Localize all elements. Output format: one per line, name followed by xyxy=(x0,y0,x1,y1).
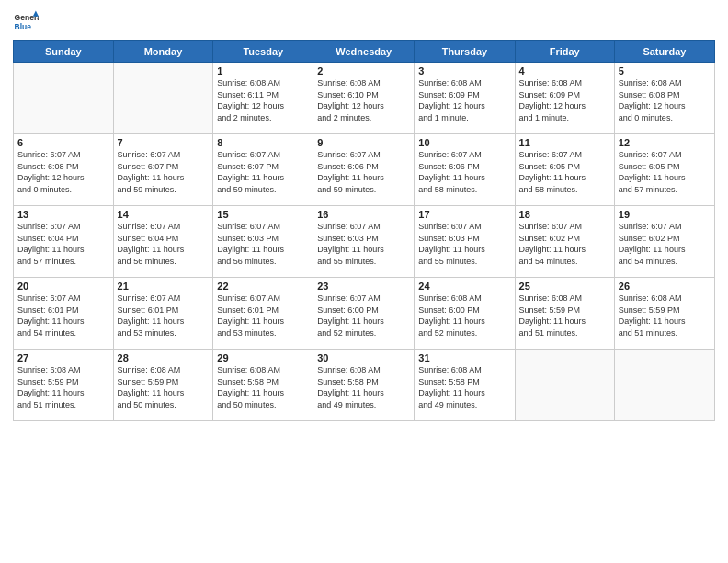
day-number: 23 xyxy=(317,281,410,292)
calendar-cell xyxy=(515,350,614,421)
day-number: 27 xyxy=(17,352,109,363)
day-info: Sunrise: 6:08 AM Sunset: 6:11 PM Dayligh… xyxy=(217,77,309,123)
day-number: 13 xyxy=(17,209,109,220)
day-number: 18 xyxy=(519,209,610,220)
day-info: Sunrise: 6:08 AM Sunset: 6:09 PM Dayligh… xyxy=(418,77,510,123)
day-info: Sunrise: 6:08 AM Sunset: 5:59 PM Dayligh… xyxy=(619,293,711,339)
day-number: 30 xyxy=(317,352,410,363)
day-number: 2 xyxy=(317,65,410,76)
calendar-cell: 12Sunrise: 6:07 AM Sunset: 6:05 PM Dayli… xyxy=(614,134,714,206)
day-info: Sunrise: 6:07 AM Sunset: 6:07 PM Dayligh… xyxy=(118,149,210,195)
calendar-cell: 6Sunrise: 6:07 AM Sunset: 6:08 PM Daylig… xyxy=(14,134,114,206)
calendar-cell xyxy=(614,350,714,421)
calendar-cell: 18Sunrise: 6:07 AM Sunset: 6:02 PM Dayli… xyxy=(515,206,614,278)
day-info: Sunrise: 6:07 AM Sunset: 6:06 PM Dayligh… xyxy=(418,149,510,195)
logo-icon: General Blue xyxy=(13,9,39,35)
day-number: 5 xyxy=(619,65,711,76)
calendar-cell: 14Sunrise: 6:07 AM Sunset: 6:04 PM Dayli… xyxy=(113,206,213,278)
calendar-cell: 19Sunrise: 6:07 AM Sunset: 6:02 PM Dayli… xyxy=(614,206,714,278)
day-number: 21 xyxy=(118,281,210,292)
calendar-weekday-saturday: Saturday xyxy=(614,41,714,63)
day-number: 4 xyxy=(519,65,610,76)
calendar-week-row: 13Sunrise: 6:07 AM Sunset: 6:04 PM Dayli… xyxy=(14,206,715,278)
calendar-cell: 9Sunrise: 6:07 AM Sunset: 6:06 PM Daylig… xyxy=(313,134,415,206)
day-number: 11 xyxy=(519,137,610,148)
day-number: 20 xyxy=(17,281,109,292)
day-info: Sunrise: 6:07 AM Sunset: 6:04 PM Dayligh… xyxy=(17,221,109,267)
day-info: Sunrise: 6:08 AM Sunset: 6:09 PM Dayligh… xyxy=(519,77,610,123)
day-number: 15 xyxy=(217,209,309,220)
day-number: 19 xyxy=(619,209,711,220)
calendar-weekday-sunday: Sunday xyxy=(14,41,114,63)
calendar-cell: 16Sunrise: 6:07 AM Sunset: 6:03 PM Dayli… xyxy=(313,206,415,278)
calendar-cell: 23Sunrise: 6:07 AM Sunset: 6:00 PM Dayli… xyxy=(313,278,415,350)
day-info: Sunrise: 6:08 AM Sunset: 6:10 PM Dayligh… xyxy=(317,77,410,123)
day-info: Sunrise: 6:07 AM Sunset: 6:01 PM Dayligh… xyxy=(217,293,309,339)
day-info: Sunrise: 6:08 AM Sunset: 6:00 PM Dayligh… xyxy=(418,293,510,339)
day-info: Sunrise: 6:08 AM Sunset: 5:58 PM Dayligh… xyxy=(418,364,510,410)
day-info: Sunrise: 6:08 AM Sunset: 5:59 PM Dayligh… xyxy=(17,364,109,410)
header: General Blue xyxy=(13,9,715,35)
day-number: 24 xyxy=(418,281,510,292)
calendar-cell: 13Sunrise: 6:07 AM Sunset: 6:04 PM Dayli… xyxy=(14,206,114,278)
calendar-cell xyxy=(113,63,213,134)
page: General Blue SundayMondayTuesdayWednesda… xyxy=(0,0,728,563)
day-info: Sunrise: 6:07 AM Sunset: 6:07 PM Dayligh… xyxy=(217,149,309,195)
calendar-weekday-friday: Friday xyxy=(515,41,614,63)
day-number: 26 xyxy=(619,281,711,292)
day-info: Sunrise: 6:07 AM Sunset: 6:03 PM Dayligh… xyxy=(317,221,410,267)
day-number: 8 xyxy=(217,137,309,148)
calendar-cell: 26Sunrise: 6:08 AM Sunset: 5:59 PM Dayli… xyxy=(614,278,714,350)
calendar-cell: 10Sunrise: 6:07 AM Sunset: 6:06 PM Dayli… xyxy=(415,134,515,206)
day-info: Sunrise: 6:08 AM Sunset: 5:59 PM Dayligh… xyxy=(118,364,210,410)
calendar-cell: 27Sunrise: 6:08 AM Sunset: 5:59 PM Dayli… xyxy=(14,350,114,421)
calendar-header-row: SundayMondayTuesdayWednesdayThursdayFrid… xyxy=(14,41,715,63)
day-info: Sunrise: 6:07 AM Sunset: 6:01 PM Dayligh… xyxy=(118,293,210,339)
day-info: Sunrise: 6:07 AM Sunset: 6:01 PM Dayligh… xyxy=(17,293,109,339)
calendar-table: SundayMondayTuesdayWednesdayThursdayFrid… xyxy=(13,40,715,421)
calendar-week-row: 20Sunrise: 6:07 AM Sunset: 6:01 PM Dayli… xyxy=(14,278,715,350)
calendar-cell: 24Sunrise: 6:08 AM Sunset: 6:00 PM Dayli… xyxy=(415,278,515,350)
calendar-weekday-thursday: Thursday xyxy=(415,41,515,63)
day-info: Sunrise: 6:07 AM Sunset: 6:02 PM Dayligh… xyxy=(619,221,711,267)
day-info: Sunrise: 6:08 AM Sunset: 5:58 PM Dayligh… xyxy=(217,364,309,410)
calendar-cell: 11Sunrise: 6:07 AM Sunset: 6:05 PM Dayli… xyxy=(515,134,614,206)
day-info: Sunrise: 6:07 AM Sunset: 6:02 PM Dayligh… xyxy=(519,221,610,267)
day-number: 17 xyxy=(418,209,510,220)
calendar-cell: 1Sunrise: 6:08 AM Sunset: 6:11 PM Daylig… xyxy=(213,63,313,134)
calendar-cell: 2Sunrise: 6:08 AM Sunset: 6:10 PM Daylig… xyxy=(313,63,415,134)
day-number: 29 xyxy=(217,352,309,363)
calendar-cell: 22Sunrise: 6:07 AM Sunset: 6:01 PM Dayli… xyxy=(213,278,313,350)
calendar-cell: 15Sunrise: 6:07 AM Sunset: 6:03 PM Dayli… xyxy=(213,206,313,278)
day-number: 28 xyxy=(118,352,210,363)
day-number: 22 xyxy=(217,281,309,292)
calendar-cell: 5Sunrise: 6:08 AM Sunset: 6:08 PM Daylig… xyxy=(614,63,714,134)
day-number: 3 xyxy=(418,65,510,76)
day-info: Sunrise: 6:07 AM Sunset: 6:03 PM Dayligh… xyxy=(418,221,510,267)
day-info: Sunrise: 6:07 AM Sunset: 6:05 PM Dayligh… xyxy=(519,149,610,195)
calendar-cell: 20Sunrise: 6:07 AM Sunset: 6:01 PM Dayli… xyxy=(14,278,114,350)
calendar-cell: 3Sunrise: 6:08 AM Sunset: 6:09 PM Daylig… xyxy=(415,63,515,134)
day-number: 14 xyxy=(118,209,210,220)
day-info: Sunrise: 6:07 AM Sunset: 6:03 PM Dayligh… xyxy=(217,221,309,267)
calendar-cell: 17Sunrise: 6:07 AM Sunset: 6:03 PM Dayli… xyxy=(415,206,515,278)
day-info: Sunrise: 6:07 AM Sunset: 6:04 PM Dayligh… xyxy=(118,221,210,267)
day-info: Sunrise: 6:07 AM Sunset: 6:00 PM Dayligh… xyxy=(317,293,410,339)
day-info: Sunrise: 6:07 AM Sunset: 6:08 PM Dayligh… xyxy=(17,149,109,195)
day-number: 10 xyxy=(418,137,510,148)
calendar-cell: 25Sunrise: 6:08 AM Sunset: 5:59 PM Dayli… xyxy=(515,278,614,350)
day-info: Sunrise: 6:07 AM Sunset: 6:05 PM Dayligh… xyxy=(619,149,711,195)
day-info: Sunrise: 6:08 AM Sunset: 5:58 PM Dayligh… xyxy=(317,364,410,410)
day-info: Sunrise: 6:08 AM Sunset: 6:08 PM Dayligh… xyxy=(619,77,711,123)
calendar-cell: 30Sunrise: 6:08 AM Sunset: 5:58 PM Dayli… xyxy=(313,350,415,421)
calendar-cell: 31Sunrise: 6:08 AM Sunset: 5:58 PM Dayli… xyxy=(415,350,515,421)
calendar-cell: 7Sunrise: 6:07 AM Sunset: 6:07 PM Daylig… xyxy=(113,134,213,206)
day-info: Sunrise: 6:07 AM Sunset: 6:06 PM Dayligh… xyxy=(317,149,410,195)
calendar-weekday-wednesday: Wednesday xyxy=(313,41,415,63)
logo: General Blue xyxy=(13,9,40,35)
calendar-cell: 28Sunrise: 6:08 AM Sunset: 5:59 PM Dayli… xyxy=(113,350,213,421)
day-info: Sunrise: 6:08 AM Sunset: 5:59 PM Dayligh… xyxy=(519,293,610,339)
calendar-weekday-monday: Monday xyxy=(113,41,213,63)
day-number: 9 xyxy=(317,137,410,148)
day-number: 6 xyxy=(17,137,109,148)
